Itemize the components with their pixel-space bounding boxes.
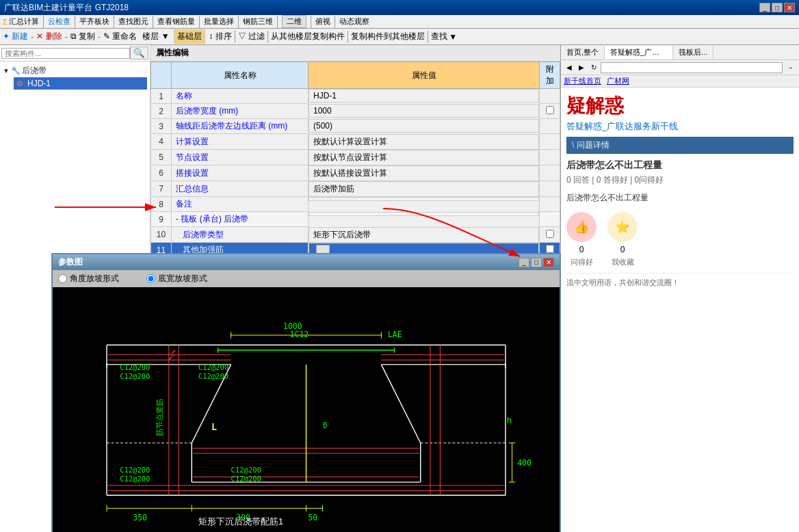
sep4 (235, 31, 235, 43)
qa-subtitle: 答疑解惑_广联达服务新干线 (566, 120, 794, 133)
row-property-value[interactable] (309, 197, 539, 201)
row-add-cell (540, 181, 560, 197)
browser-bookmarks: 新干线首页 广材网 (561, 75, 799, 88)
new-button[interactable]: ✦ 新建 (3, 31, 28, 42)
qa-title: 疑解惑 (566, 93, 794, 119)
copy-to-button[interactable]: 复制构件到其他楼层 (351, 31, 425, 42)
toolbar-dynamic-view[interactable]: 动态观察 (339, 16, 369, 27)
search-input[interactable] (1, 48, 130, 59)
row-property-value[interactable]: 后浇带加筋 (309, 181, 539, 197)
add-checkbox[interactable] (546, 106, 554, 114)
close-button[interactable]: ✕ (784, 3, 795, 12)
angle-slope-option[interactable]: 角度放坡形式 (58, 273, 119, 284)
sep2 (75, 16, 75, 28)
row-property-value[interactable] (309, 212, 539, 216)
tree-child-item[interactable]: ⚙ HJD-1 (14, 77, 147, 90)
param-close[interactable]: ✕ (543, 258, 554, 267)
minimize-button[interactable]: _ (759, 3, 770, 12)
row-add-cell[interactable] (540, 104, 560, 119)
label-zero: 0 (322, 421, 327, 430)
tree-search-bar: 🔍 (0, 45, 150, 62)
param-window-controls[interactable]: _ □ ✕ (519, 258, 554, 267)
row-property-value[interactable]: 1000 (309, 104, 539, 118)
row-property-value[interactable]: 矩形下沉后浇带 (309, 227, 539, 243)
like-label: 问得好 (571, 257, 593, 267)
window-controls[interactable]: _ □ ✕ (759, 3, 795, 12)
table-row: 3轴线距后浇带左边线距离 (mm)(500) (151, 119, 560, 134)
add-checkbox[interactable] (546, 245, 554, 253)
tree-child-label: HJD-1 (25, 78, 53, 89)
browser-tab-slab[interactable]: 筏板后... (673, 46, 713, 59)
tree-root-item[interactable]: ▼ 🔧 后浇带 (3, 64, 147, 77)
width-slope-radio[interactable] (146, 274, 155, 283)
find-button[interactable]: 查找 (431, 31, 447, 42)
find-dropdown[interactable]: ▼ (449, 32, 457, 42)
go-button[interactable]: → (784, 62, 796, 72)
row-property-name: 轴线距后浇带左边线距离 (mm) (172, 119, 309, 134)
toolbar-cloud-check[interactable]: 云检查 (48, 16, 70, 27)
row-property-name: - 筏板 (承台) 后浇带 (172, 212, 309, 227)
tree-child-icon: ⚙ (14, 79, 23, 88)
like-circle[interactable]: 👍 (566, 212, 597, 242)
rebar-label-1: C12@200 (120, 363, 150, 371)
delete-button[interactable]: ✕ 删除 (36, 31, 62, 42)
toolbar-find-element[interactable]: 查找图元 (118, 16, 148, 27)
floor-dropdown[interactable]: 楼层 ▼ (142, 31, 169, 42)
col-add: 附加 (540, 62, 560, 89)
toolbar-align-slab[interactable]: 平齐板块 (79, 16, 109, 27)
param-minimize[interactable]: _ (519, 258, 529, 267)
browser-tab-qa[interactable]: 答疑解惑_广联达服务新... (605, 46, 673, 59)
bookmark-materials[interactable]: 广材网 (607, 76, 629, 86)
like-icon: 👍 (574, 220, 589, 235)
copy-from-button[interactable]: 从其他楼层复制构件 (271, 31, 345, 42)
row-number: 8 (151, 197, 172, 212)
sep3 (114, 16, 114, 28)
rebar-label-7: C12@200 (231, 466, 261, 474)
toolbar-summarize[interactable]: Σ 汇总计算 (3, 16, 39, 27)
add-checkbox[interactable] (546, 230, 554, 238)
browser-content: 疑解惑 答疑解惑_广联达服务新干线 \ 问题详情 后浇带怎么不出工程量 0 回答… (561, 88, 799, 532)
row-property-value[interactable]: 按默认计算设置计算 (309, 134, 539, 150)
angle-slope-label: 角度放坡形式 (70, 273, 119, 284)
answer-count: 0 回答 | 0 答得好 | 0问得好 (566, 175, 664, 185)
url-input[interactable] (601, 62, 783, 73)
row-property-value[interactable]: 按默认节点设置计算 (309, 150, 539, 165)
right-panel: 首页,整个 答疑解惑_广联达服务新... 筏板后... ◀ ▶ ↻ → 新干线首… (561, 45, 799, 532)
copy-button[interactable]: ⧉ 复制 (70, 31, 95, 42)
problem-detail-link[interactable]: 问题详情 (577, 140, 610, 150)
width-slope-option[interactable]: 底宽放坡形式 (146, 273, 207, 284)
angle-slope-radio[interactable] (58, 274, 67, 283)
properties-tab[interactable]: 属性编辑 (150, 45, 560, 62)
bookmark-home[interactable]: 新干线首页 (564, 76, 601, 86)
filter-button[interactable]: ▽ 过滤 (238, 31, 265, 42)
row-add-cell (540, 150, 560, 165)
question-title: 后浇带怎么不出工程量 (566, 159, 794, 172)
toolbar-rebar-3d[interactable]: 钢筋三维 (243, 16, 273, 27)
row-add-cell[interactable] (540, 227, 560, 243)
maximize-button[interactable]: □ (772, 3, 783, 12)
toolbar-batch-select[interactable]: 批量选择 (204, 16, 234, 27)
toolbar-view-rebar[interactable]: 查看钢筋量 (157, 16, 195, 27)
row-property-value[interactable]: 按默认搭接设置计算 (309, 165, 539, 181)
refresh-button[interactable]: ↻ (588, 62, 599, 72)
rename-button[interactable]: ✎ 重命名 (103, 31, 137, 42)
like-item: 👍 0 问得好 (566, 212, 597, 267)
forward-button[interactable]: ▶ (576, 62, 587, 72)
back-button[interactable]: ◀ (564, 62, 575, 72)
sort-button[interactable]: ↕ 排序 (209, 31, 232, 42)
param-title: 参数图 (58, 256, 83, 268)
search-button[interactable]: 🔍 (130, 46, 148, 59)
col-value: 属性值 (309, 62, 540, 89)
tree-expand-arrow[interactable]: ▼ (3, 67, 10, 75)
foundation-dropdown[interactable]: 基础层 (174, 29, 205, 44)
row-add-cell (540, 212, 560, 227)
breadcrumb-link[interactable]: \ (572, 140, 574, 150)
row-property-value[interactable]: (500) (309, 119, 539, 133)
toolbar-2d-button[interactable]: 二维 (282, 15, 306, 28)
row-property-value[interactable]: HJD-1 (309, 89, 539, 103)
param-maximize[interactable]: □ (531, 258, 542, 267)
star-circle[interactable]: ⭐ (607, 212, 638, 242)
row-add-cell (540, 165, 560, 181)
browser-tab-home[interactable]: 首页,整个 (561, 46, 605, 59)
toolbar-top-view[interactable]: 俯视 (315, 16, 330, 27)
